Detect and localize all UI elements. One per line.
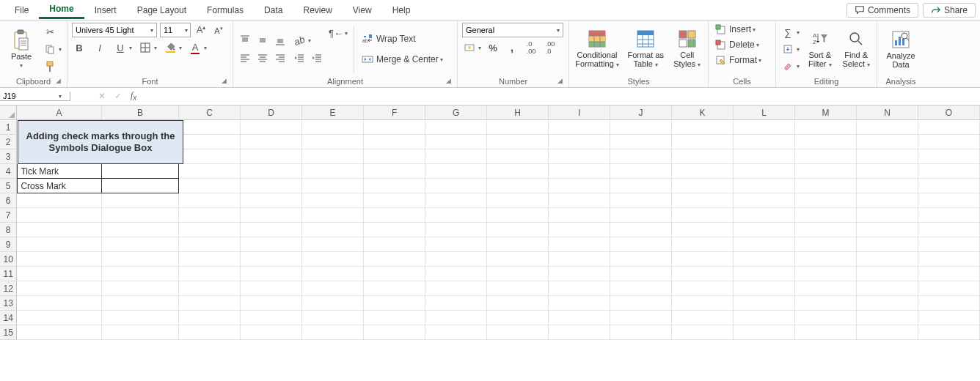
cell[interactable] (302, 267, 364, 281)
format-as-table-button[interactable]: Format as Table ▾ (625, 29, 666, 70)
cell[interactable] (364, 193, 425, 208)
cell[interactable] (364, 325, 425, 340)
cell[interactable] (549, 135, 610, 149)
cell[interactable] (918, 237, 980, 252)
cell[interactable] (179, 193, 241, 208)
cell[interactable] (102, 164, 179, 179)
cell[interactable] (734, 179, 795, 193)
cell[interactable] (179, 252, 241, 267)
cell[interactable] (610, 237, 672, 252)
cell[interactable] (241, 179, 302, 193)
cell[interactable] (241, 135, 302, 149)
cell[interactable] (364, 149, 425, 164)
fill-color-button[interactable] (163, 40, 178, 55)
cell[interactable] (672, 325, 734, 340)
cell[interactable] (734, 325, 795, 340)
cell[interactable] (425, 179, 487, 193)
cell[interactable] (179, 179, 241, 193)
cell[interactable] (734, 208, 795, 223)
cell[interactable] (425, 208, 487, 223)
cell-styles-button[interactable]: Cell Styles ▾ (670, 29, 703, 70)
tab-page-layout[interactable]: Page Layout (127, 2, 197, 18)
cell[interactable]: Cross Mark (17, 179, 101, 193)
cell[interactable] (549, 311, 610, 325)
font-size-input[interactable] (161, 26, 183, 34)
cell[interactable] (364, 223, 425, 237)
cell[interactable] (610, 325, 672, 340)
cell[interactable] (302, 252, 364, 267)
tab-help[interactable]: Help (382, 2, 421, 18)
delete-cells-button[interactable]: Delete ▾ (713, 38, 761, 51)
cell[interactable] (672, 281, 734, 296)
cell[interactable] (241, 223, 302, 237)
cell[interactable] (795, 193, 857, 208)
cell[interactable] (734, 193, 795, 208)
row-head[interactable]: 8 (0, 223, 17, 237)
cell[interactable] (672, 135, 734, 149)
cell[interactable] (672, 223, 734, 237)
cell[interactable] (549, 281, 610, 296)
cell[interactable] (302, 208, 364, 223)
chevron-down-icon[interactable]: ▾ (129, 45, 132, 51)
select-all-corner[interactable] (0, 106, 17, 119)
cell[interactable] (364, 164, 425, 179)
cell[interactable] (179, 296, 241, 311)
cell[interactable] (179, 281, 241, 296)
cell[interactable] (672, 149, 734, 164)
cell[interactable] (241, 193, 302, 208)
cell[interactable] (672, 208, 734, 223)
cell[interactable] (425, 120, 487, 135)
chevron-down-icon[interactable]: ▾ (147, 27, 156, 34)
cell[interactable] (302, 237, 364, 252)
cell[interactable] (918, 223, 980, 237)
cell[interactable] (364, 135, 425, 149)
col-head[interactable]: F (364, 106, 425, 119)
cell[interactable] (487, 208, 549, 223)
cell[interactable] (17, 193, 101, 208)
cell[interactable] (302, 135, 364, 149)
cell[interactable] (302, 296, 364, 311)
insert-cells-button[interactable]: Insert ▾ (713, 23, 757, 36)
cell[interactable] (734, 311, 795, 325)
row-head[interactable]: 15 (0, 325, 17, 340)
cell[interactable] (241, 311, 302, 325)
tab-file[interactable]: File (4, 2, 39, 18)
cell[interactable] (672, 193, 734, 208)
font-size-combo[interactable]: ▾ (160, 23, 191, 37)
cell[interactable] (241, 325, 302, 340)
dialog-launcher-font[interactable]: ◢ (222, 77, 227, 84)
cell[interactable] (17, 296, 101, 311)
cell[interactable] (17, 208, 101, 223)
cell[interactable] (734, 223, 795, 237)
italic-button[interactable]: I (92, 40, 107, 55)
cell[interactable] (241, 296, 302, 311)
clear-button[interactable] (780, 59, 795, 73)
cell[interactable] (610, 164, 672, 179)
cell[interactable] (795, 120, 857, 135)
cell[interactable] (857, 325, 918, 340)
cell[interactable] (610, 149, 672, 164)
row-head[interactable]: 10 (0, 252, 17, 267)
row-head[interactable]: 6 (0, 193, 17, 208)
chevron-down-icon[interactable]: ▾ (183, 27, 190, 34)
cell[interactable] (795, 267, 857, 281)
cell[interactable] (549, 237, 610, 252)
number-format-input[interactable] (463, 26, 553, 34)
tab-review[interactable]: Review (293, 2, 342, 18)
cell[interactable] (857, 208, 918, 223)
cell[interactable] (487, 149, 549, 164)
cell[interactable] (672, 267, 734, 281)
cell[interactable] (487, 267, 549, 281)
cell[interactable] (487, 311, 549, 325)
chevron-down-icon[interactable]: ▾ (797, 46, 800, 53)
cell[interactable] (179, 223, 241, 237)
cell[interactable] (610, 296, 672, 311)
cell[interactable] (918, 193, 980, 208)
cell[interactable] (487, 164, 549, 179)
wrap-text-button[interactable]: ab Wrap Text (360, 32, 445, 45)
cell[interactable] (364, 281, 425, 296)
font-name-input[interactable] (73, 26, 147, 34)
cell[interactable] (672, 252, 734, 267)
col-head[interactable]: K (672, 106, 734, 119)
cell[interactable] (302, 179, 364, 193)
